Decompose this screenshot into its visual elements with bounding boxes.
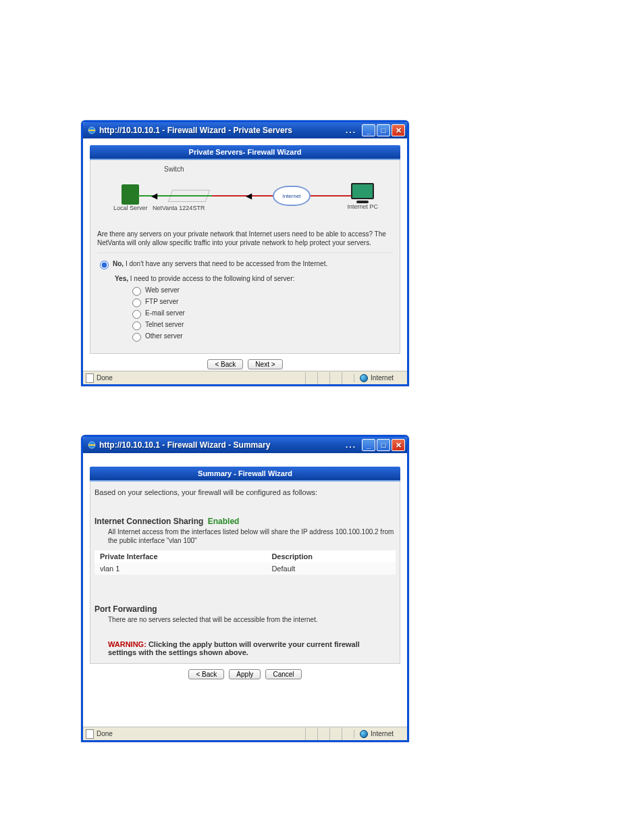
arrow-icon: ◀ xyxy=(151,191,157,201)
security-zone[interactable]: Internet xyxy=(354,730,399,738)
wizard-summary-window: http://10.10.10.1 - Firewall Wizard - Su… xyxy=(81,435,409,742)
option-block: No, I don't have any servers that need t… xyxy=(97,253,393,346)
status-bar: Done Internet xyxy=(83,371,407,384)
maximize-button[interactable]: □ xyxy=(377,439,390,451)
intro-text: Based on your selections, your firewall … xyxy=(95,488,396,496)
td-description: Default xyxy=(266,563,396,575)
cloud-icon: Internet xyxy=(273,186,311,206)
yes-prompt: Yes, I need to provide access to the fol… xyxy=(115,275,390,282)
ics-status: Enabled xyxy=(205,517,239,526)
radio-ftp[interactable] xyxy=(132,298,141,307)
back-button[interactable]: < Back xyxy=(188,669,224,679)
title-ellipsis: ... xyxy=(346,440,356,450)
window-content: Summary - Firewall Wizard Based on your … xyxy=(83,453,407,727)
option-no[interactable]: No, I don't have any servers that need t… xyxy=(100,260,390,269)
minimize-button[interactable]: _ xyxy=(362,124,375,136)
close-button[interactable]: ✕ xyxy=(392,124,405,136)
zone-label: Internet xyxy=(371,730,394,737)
summary-body: Based on your selections, your firewall … xyxy=(90,481,400,664)
ie-icon xyxy=(87,440,97,450)
option-ftp[interactable]: FTP server xyxy=(132,298,390,307)
next-button[interactable]: Next > xyxy=(248,359,282,369)
option-ftp-label: FTP server xyxy=(145,298,178,305)
status-bar: Done Internet xyxy=(83,727,407,740)
interface-table: Private Interface Description vlan 1 Def… xyxy=(95,550,396,575)
ics-desc: All Internet access from the interfaces … xyxy=(95,527,396,545)
network-diagram: Switch Local Server ◀ ◀ Internet Interne… xyxy=(97,165,393,224)
window-title: http://10.10.10.1 - Firewall Wizard - Su… xyxy=(99,440,270,450)
no-bold: No, xyxy=(113,260,124,267)
th-private-interface: Private Interface xyxy=(95,550,266,563)
radio-email[interactable] xyxy=(132,310,141,319)
table-row: vlan 1 Default xyxy=(95,563,396,575)
close-button[interactable]: ✕ xyxy=(392,439,405,451)
question-text: Are there any servers on your private ne… xyxy=(97,228,393,253)
title-ellipsis: ... xyxy=(346,126,356,135)
page-icon xyxy=(86,373,94,383)
apply-button[interactable]: Apply xyxy=(229,669,261,679)
panel-body: Switch Local Server ◀ ◀ Internet Interne… xyxy=(90,160,400,354)
option-web-label: Web server xyxy=(145,286,180,294)
security-zone[interactable]: Internet xyxy=(354,374,399,382)
zone-label: Internet xyxy=(371,374,394,382)
ics-section: Internet Connection Sharing Enabled All … xyxy=(95,517,396,575)
switch-label-top: Switch xyxy=(164,165,184,173)
titlebar[interactable]: http://10.10.10.1 - Firewall Wizard - Su… xyxy=(83,437,407,453)
radio-other[interactable] xyxy=(132,333,141,342)
server-icon: Local Server xyxy=(113,184,148,211)
status-text: Done xyxy=(97,730,113,737)
minimize-button[interactable]: _ xyxy=(362,439,375,451)
globe-icon xyxy=(360,374,368,382)
warning-text: WARNING: Clicking the apply button will … xyxy=(95,640,396,656)
no-rest: I don't have any servers that need to be… xyxy=(124,260,327,267)
window-title: http://10.10.10.1 - Firewall Wizard - Pr… xyxy=(99,126,292,135)
radio-web[interactable] xyxy=(132,287,141,296)
pf-desc: There are no servers selected that will … xyxy=(95,615,396,624)
warning-body: Clicking the apply button will overwrite… xyxy=(108,640,360,656)
option-web[interactable]: Web server xyxy=(132,286,390,296)
wizard-private-servers-window: http://10.10.10.1 - Firewall Wizard - Pr… xyxy=(81,120,409,386)
maximize-button[interactable]: □ xyxy=(377,124,390,136)
option-telnet-label: Telnet server xyxy=(145,321,184,328)
switch-model: NetVanta 1224STR xyxy=(153,205,205,211)
pc-icon: Internet PC xyxy=(347,183,378,210)
pf-title: Port Forwarding xyxy=(95,604,396,614)
back-button[interactable]: < Back xyxy=(207,359,243,369)
radio-telnet[interactable] xyxy=(132,321,141,330)
option-telnet[interactable]: Telnet server xyxy=(132,321,390,330)
warning-label: WARNING: xyxy=(108,640,146,648)
panel-title: Private Servers- Firewall Wizard xyxy=(90,145,400,160)
port-forwarding-section: Port Forwarding There are no servers sel… xyxy=(95,604,396,624)
status-text: Done xyxy=(97,374,113,382)
arrow-icon: ◀ xyxy=(246,191,252,201)
titlebar[interactable]: http://10.10.10.1 - Firewall Wizard - Pr… xyxy=(83,122,407,138)
th-description: Description xyxy=(266,550,396,563)
ie-icon xyxy=(87,126,97,135)
table-header-row: Private Interface Description xyxy=(95,550,396,563)
window-content: Private Servers- Firewall Wizard Switch … xyxy=(83,138,407,371)
td-interface: vlan 1 xyxy=(95,563,266,575)
page-icon xyxy=(86,729,94,739)
radio-no[interactable] xyxy=(100,261,109,269)
globe-icon xyxy=(360,730,368,738)
option-email[interactable]: E-mail server xyxy=(132,309,390,319)
cancel-button[interactable]: Cancel xyxy=(265,669,301,679)
ics-title: Internet Connection Sharing xyxy=(95,517,203,526)
option-email-label: E-mail server xyxy=(145,309,185,317)
option-other[interactable]: Other server xyxy=(132,332,390,342)
panel-title: Summary - Firewall Wizard xyxy=(90,467,400,481)
option-other-label: Other server xyxy=(145,332,183,340)
